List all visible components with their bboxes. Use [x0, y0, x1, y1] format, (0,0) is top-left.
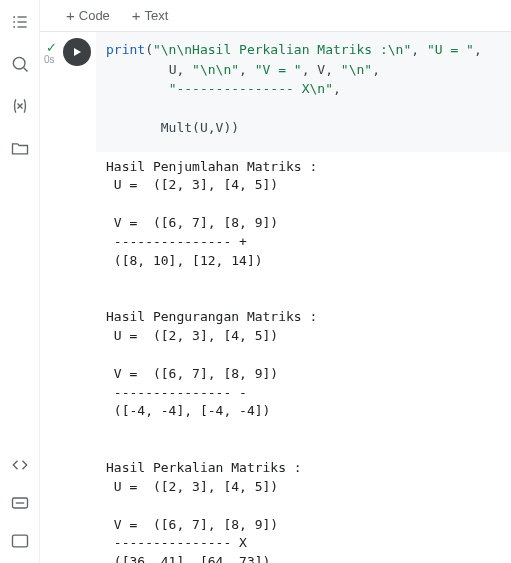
add-code-label: Code: [79, 8, 110, 23]
code-cell: ✓ 0s print("\n\nHasil Perkalian Matriks …: [40, 32, 511, 563]
search-icon[interactable]: [8, 52, 32, 76]
terminal-icon[interactable]: [8, 529, 32, 553]
code-token: "U = ": [427, 42, 474, 57]
folder-icon[interactable]: [8, 136, 32, 160]
check-icon: ✓: [46, 40, 57, 55]
plus-icon: +: [66, 8, 75, 23]
code-token: V: [317, 62, 325, 77]
command-palette-icon[interactable]: [8, 491, 32, 515]
exec-time: 0s: [44, 54, 55, 65]
svg-point-6: [13, 57, 25, 69]
main: + Code + Text ✓ 0s print("\n\nHasil Perk…: [40, 0, 511, 563]
code-token: "\n": [341, 62, 372, 77]
code-token: Mult(U,V)): [161, 120, 239, 135]
svg-line-7: [23, 68, 27, 72]
run-button[interactable]: [63, 38, 91, 66]
svg-marker-12: [74, 48, 81, 56]
code-editor[interactable]: print("\n\nHasil Perkalian Matriks :\n",…: [96, 32, 511, 152]
add-text-button[interactable]: + Text: [124, 4, 177, 27]
add-text-label: Text: [145, 8, 169, 23]
code-token: "\n\n": [192, 62, 239, 77]
code-token: print: [106, 42, 145, 57]
left-rail: [0, 0, 40, 563]
add-code-button[interactable]: + Code: [58, 4, 118, 27]
cell-gutter: ✓ 0s: [40, 32, 96, 152]
insert-toolbar: + Code + Text: [40, 0, 511, 32]
toc-icon[interactable]: [8, 10, 32, 34]
plus-icon: +: [132, 8, 141, 23]
cell-output: Hasil Penjumlahan Matriks : U = ([2, 3],…: [96, 152, 511, 564]
code-token: "\n\nHasil Perkalian Matriks :\n": [153, 42, 411, 57]
cell-area[interactable]: ✓ 0s print("\n\nHasil Perkalian Matriks …: [40, 32, 511, 563]
code-token: "V = ": [255, 62, 302, 77]
code-token: "--------------- X\n": [169, 81, 333, 96]
code-snippets-icon[interactable]: [8, 453, 32, 477]
variables-icon[interactable]: [8, 94, 32, 118]
svg-rect-10: [12, 535, 27, 547]
